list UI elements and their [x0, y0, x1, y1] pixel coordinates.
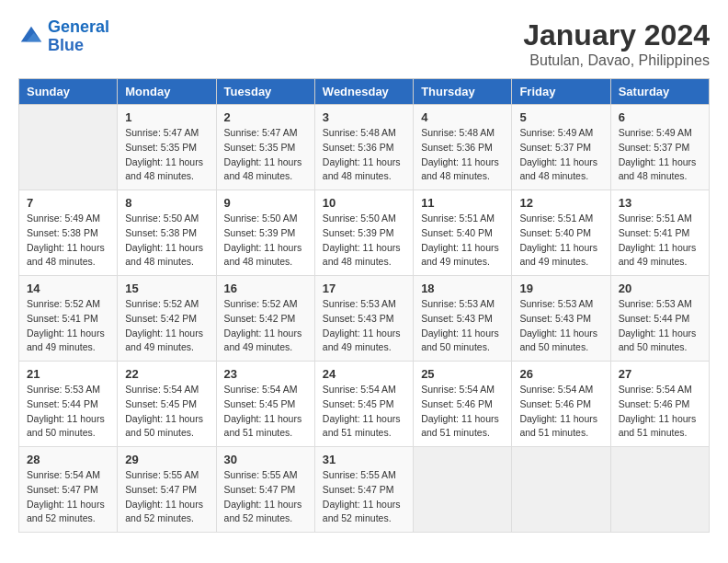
- day-number: 29: [125, 453, 208, 466]
- cell-info: Sunrise: 5:54 AM Sunset: 5:45 PM Dayligh…: [125, 383, 208, 441]
- cell-info: Sunrise: 5:50 AM Sunset: 5:39 PM Dayligh…: [323, 212, 405, 270]
- day-number: 18: [421, 282, 504, 295]
- cell-info: Sunrise: 5:47 AM Sunset: 5:35 PM Dayligh…: [125, 126, 208, 184]
- calendar-cell: 17Sunrise: 5:53 AM Sunset: 5:43 PM Dayli…: [314, 276, 413, 362]
- day-number: 7: [27, 196, 109, 210]
- day-number: 23: [224, 367, 307, 381]
- calendar-cell: 9Sunrise: 5:50 AM Sunset: 5:39 PM Daylig…: [216, 190, 314, 276]
- calendar-cell: 4Sunrise: 5:48 AM Sunset: 5:36 PM Daylig…: [414, 105, 512, 190]
- col-header-tuesday: Tuesday: [216, 79, 314, 105]
- day-number: 10: [323, 196, 405, 210]
- day-number: 24: [323, 367, 405, 381]
- day-number: 21: [27, 367, 109, 381]
- cell-info: Sunrise: 5:52 AM Sunset: 5:42 PM Dayligh…: [224, 297, 307, 355]
- day-number: 20: [619, 282, 701, 295]
- cell-info: Sunrise: 5:54 AM Sunset: 5:46 PM Dayligh…: [519, 383, 602, 441]
- calendar-cell: 25Sunrise: 5:54 AM Sunset: 5:46 PM Dayli…: [414, 362, 512, 447]
- cell-info: Sunrise: 5:55 AM Sunset: 5:47 PM Dayligh…: [323, 468, 405, 526]
- calendar-cell: 1Sunrise: 5:47 AM Sunset: 5:35 PM Daylig…: [118, 105, 216, 190]
- title-block: January 2024 Butulan, Davao, Philippines: [523, 18, 710, 69]
- col-header-thursday: Thursday: [414, 79, 512, 105]
- day-number: 15: [125, 282, 208, 295]
- calendar-cell: 29Sunrise: 5:55 AM Sunset: 5:47 PM Dayli…: [118, 447, 216, 533]
- col-header-saturday: Saturday: [610, 79, 709, 105]
- logo-line1: General: [48, 17, 109, 36]
- cell-info: Sunrise: 5:51 AM Sunset: 5:40 PM Dayligh…: [421, 212, 504, 270]
- day-number: 3: [323, 110, 405, 124]
- cell-info: Sunrise: 5:53 AM Sunset: 5:43 PM Dayligh…: [421, 297, 504, 355]
- day-number: 27: [619, 367, 701, 381]
- calendar-cell: 16Sunrise: 5:52 AM Sunset: 5:42 PM Dayli…: [216, 276, 314, 362]
- cell-info: Sunrise: 5:50 AM Sunset: 5:38 PM Dayligh…: [125, 212, 208, 270]
- week-row-4: 28Sunrise: 5:54 AM Sunset: 5:47 PM Dayli…: [19, 447, 710, 533]
- col-header-wednesday: Wednesday: [314, 79, 413, 105]
- day-number: 1: [125, 110, 208, 124]
- logo-text: General Blue: [48, 18, 109, 55]
- day-number: 16: [224, 282, 307, 295]
- day-number: 4: [421, 110, 504, 124]
- cell-info: Sunrise: 5:54 AM Sunset: 5:45 PM Dayligh…: [323, 383, 405, 441]
- day-number: 11: [421, 196, 504, 210]
- calendar-cell: 14Sunrise: 5:52 AM Sunset: 5:41 PM Dayli…: [19, 276, 118, 362]
- week-row-2: 14Sunrise: 5:52 AM Sunset: 5:41 PM Dayli…: [19, 276, 710, 362]
- calendar-cell: 7Sunrise: 5:49 AM Sunset: 5:38 PM Daylig…: [19, 190, 118, 276]
- calendar-cell: 10Sunrise: 5:50 AM Sunset: 5:39 PM Dayli…: [314, 190, 413, 276]
- week-row-1: 7Sunrise: 5:49 AM Sunset: 5:38 PM Daylig…: [19, 190, 710, 276]
- calendar-cell: 6Sunrise: 5:49 AM Sunset: 5:37 PM Daylig…: [610, 105, 709, 190]
- calendar-cell: 26Sunrise: 5:54 AM Sunset: 5:46 PM Dayli…: [512, 362, 610, 447]
- calendar-cell: 20Sunrise: 5:53 AM Sunset: 5:44 PM Dayli…: [610, 276, 709, 362]
- calendar-cell: [414, 447, 512, 533]
- week-row-3: 21Sunrise: 5:53 AM Sunset: 5:44 PM Dayli…: [19, 362, 710, 447]
- calendar-cell: 30Sunrise: 5:55 AM Sunset: 5:47 PM Dayli…: [216, 447, 314, 533]
- calendar-cell: 11Sunrise: 5:51 AM Sunset: 5:40 PM Dayli…: [414, 190, 512, 276]
- cell-info: Sunrise: 5:48 AM Sunset: 5:36 PM Dayligh…: [421, 126, 504, 184]
- day-number: 12: [519, 196, 602, 210]
- cell-info: Sunrise: 5:52 AM Sunset: 5:42 PM Dayligh…: [125, 297, 208, 355]
- subtitle: Butulan, Davao, Philippines: [523, 52, 710, 69]
- cell-info: Sunrise: 5:54 AM Sunset: 5:45 PM Dayligh…: [224, 383, 307, 441]
- calendar-cell: 15Sunrise: 5:52 AM Sunset: 5:42 PM Dayli…: [118, 276, 216, 362]
- cell-info: Sunrise: 5:49 AM Sunset: 5:37 PM Dayligh…: [619, 126, 701, 184]
- cell-info: Sunrise: 5:53 AM Sunset: 5:43 PM Dayligh…: [323, 297, 405, 355]
- day-number: 5: [519, 110, 602, 124]
- calendar-cell: 8Sunrise: 5:50 AM Sunset: 5:38 PM Daylig…: [118, 190, 216, 276]
- cell-info: Sunrise: 5:53 AM Sunset: 5:44 PM Dayligh…: [619, 297, 701, 355]
- logo-line2: Blue: [48, 36, 84, 54]
- day-number: 26: [519, 367, 602, 381]
- calendar-cell: [610, 447, 709, 533]
- cell-info: Sunrise: 5:54 AM Sunset: 5:46 PM Dayligh…: [421, 383, 504, 441]
- day-number: 8: [125, 196, 208, 210]
- cell-info: Sunrise: 5:53 AM Sunset: 5:43 PM Dayligh…: [519, 297, 602, 355]
- col-header-friday: Friday: [512, 79, 610, 105]
- cell-info: Sunrise: 5:48 AM Sunset: 5:36 PM Dayligh…: [323, 126, 405, 184]
- day-number: 22: [125, 367, 208, 381]
- calendar-cell: 27Sunrise: 5:54 AM Sunset: 5:46 PM Dayli…: [610, 362, 709, 447]
- day-number: 31: [323, 453, 405, 466]
- cell-info: Sunrise: 5:55 AM Sunset: 5:47 PM Dayligh…: [224, 468, 307, 526]
- calendar-cell: 19Sunrise: 5:53 AM Sunset: 5:43 PM Dayli…: [512, 276, 610, 362]
- calendar-cell: 2Sunrise: 5:47 AM Sunset: 5:35 PM Daylig…: [216, 105, 314, 190]
- day-number: 13: [619, 196, 701, 210]
- cell-info: Sunrise: 5:49 AM Sunset: 5:37 PM Dayligh…: [519, 126, 602, 184]
- day-number: 14: [27, 282, 109, 295]
- day-number: 30: [224, 453, 307, 466]
- calendar-cell: 12Sunrise: 5:51 AM Sunset: 5:40 PM Dayli…: [512, 190, 610, 276]
- day-number: 6: [619, 110, 701, 124]
- cell-info: Sunrise: 5:55 AM Sunset: 5:47 PM Dayligh…: [125, 468, 208, 526]
- logo: General Blue: [18, 18, 109, 55]
- calendar-cell: 28Sunrise: 5:54 AM Sunset: 5:47 PM Dayli…: [19, 447, 118, 533]
- cell-info: Sunrise: 5:54 AM Sunset: 5:46 PM Dayligh…: [619, 383, 701, 441]
- calendar-cell: 31Sunrise: 5:55 AM Sunset: 5:47 PM Dayli…: [314, 447, 413, 533]
- cell-info: Sunrise: 5:51 AM Sunset: 5:41 PM Dayligh…: [619, 212, 701, 270]
- calendar-cell: 22Sunrise: 5:54 AM Sunset: 5:45 PM Dayli…: [118, 362, 216, 447]
- calendar-cell: 18Sunrise: 5:53 AM Sunset: 5:43 PM Dayli…: [414, 276, 512, 362]
- day-number: 9: [224, 196, 307, 210]
- calendar-cell: [19, 105, 118, 190]
- col-header-sunday: Sunday: [19, 79, 118, 105]
- calendar-cell: 5Sunrise: 5:49 AM Sunset: 5:37 PM Daylig…: [512, 105, 610, 190]
- col-header-monday: Monday: [118, 79, 216, 105]
- calendar-cell: [512, 447, 610, 533]
- logo-icon: [18, 24, 44, 50]
- cell-info: Sunrise: 5:54 AM Sunset: 5:47 PM Dayligh…: [27, 468, 109, 526]
- calendar-cell: 3Sunrise: 5:48 AM Sunset: 5:36 PM Daylig…: [314, 105, 413, 190]
